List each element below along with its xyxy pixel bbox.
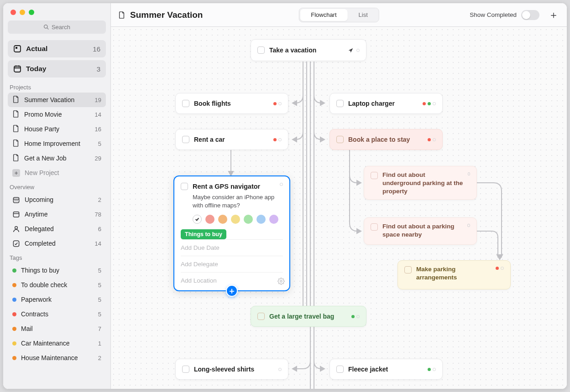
svg-point-0 [44, 25, 47, 28]
checkbox[interactable] [336, 366, 344, 373]
tag-name: Car Maintenance [21, 340, 70, 347]
today-count: 3 [97, 65, 100, 73]
tag-count: 2 [93, 355, 101, 361]
overview-name: Upcoming [25, 196, 53, 203]
overview-section-label: Overview [8, 180, 106, 192]
project-count: 29 [93, 155, 101, 162]
status-dot-empty [467, 224, 470, 227]
checkbox[interactable] [371, 223, 378, 231]
node-bookplace[interactable]: Book a place to stay [329, 129, 443, 150]
node-rentcar[interactable]: Rent a car [175, 129, 288, 150]
node-root[interactable]: Take a vacation [251, 39, 366, 61]
page-title-text: Summer Vacation [130, 10, 203, 20]
project-item[interactable]: Get a New Job29 [8, 151, 106, 165]
overview-item[interactable]: Completed14 [8, 236, 106, 251]
tag-name: Paperwork [21, 296, 52, 303]
sidebar-today[interactable]: Today 3 [8, 60, 106, 77]
color-picker [193, 215, 283, 224]
overview-list: Upcoming2Anytime78Delegated6Completed14 [8, 192, 106, 251]
minimize-window-button[interactable] [20, 10, 25, 15]
topbar: Summer Vacation Flowchart List Show Comp… [111, 3, 567, 27]
color-option[interactable] [256, 215, 266, 224]
node-flights[interactable]: Book flights [175, 93, 288, 114]
tag-count: 5 [93, 267, 101, 274]
add-delegate-field[interactable]: Add Delegate [181, 256, 283, 272]
toggle-switch[interactable] [521, 10, 539, 20]
flowchart-canvas[interactable]: Take a vacation Book flights Laptop char… [111, 27, 567, 389]
tag-item[interactable]: To double check5 [8, 278, 106, 292]
overview-item[interactable]: Anytime78 [8, 207, 106, 222]
actual-count: 16 [93, 45, 100, 53]
checkbox[interactable] [404, 266, 412, 273]
close-window-button[interactable] [10, 10, 16, 15]
node-label: Find out about underground parking at th… [382, 171, 463, 196]
project-item[interactable]: Summer Vacation19 [8, 93, 106, 107]
status-dot-empty [278, 138, 282, 141]
node-parking-nearby[interactable]: Find out about a parking space nearby [364, 217, 477, 245]
project-name: Get a New Job [24, 155, 67, 162]
project-count: 19 [93, 97, 101, 103]
search-input[interactable]: Search [8, 21, 106, 34]
svg-marker-33 [320, 366, 324, 371]
color-option[interactable] [205, 215, 214, 224]
status-dot-empty [356, 315, 360, 318]
project-item[interactable]: Promo Movie14 [8, 107, 106, 122]
add-button[interactable]: ＋ [548, 9, 560, 21]
editor-title[interactable]: Rent a GPS navigator [193, 183, 260, 190]
node-parking-arrangements[interactable]: Make parking arrangements [397, 260, 511, 289]
status-dot-red [273, 138, 277, 141]
project-item[interactable]: Home Improvement5 [8, 136, 106, 151]
new-project-button[interactable]: + New Project [8, 165, 106, 180]
checkbox[interactable] [182, 366, 189, 373]
gear-icon[interactable] [277, 278, 285, 287]
editor-description[interactable]: Maybe consider an iPhone app with offlin… [193, 193, 283, 209]
checkbox[interactable] [257, 46, 265, 54]
status-dot-empty [433, 102, 436, 105]
checkbox[interactable] [182, 100, 189, 107]
node-fleece[interactable]: Fleece jacket [329, 359, 443, 380]
tag-item[interactable]: Car Maintenance1 [8, 336, 106, 351]
color-option[interactable] [269, 215, 278, 224]
overview-item[interactable]: Upcoming2 [8, 192, 106, 207]
node-charger[interactable]: Laptop charger [329, 93, 443, 114]
tag-name: House Maintenance [21, 354, 78, 361]
tag-item[interactable]: Contracts5 [8, 307, 106, 321]
color-option[interactable] [231, 215, 240, 224]
node-shirts[interactable]: Long-sleeved shirts [175, 359, 288, 380]
tag-chip[interactable]: Things to buy [181, 229, 226, 239]
maximize-window-button[interactable] [29, 10, 34, 15]
node-editor[interactable]: Rent a GPS navigator Maybe consider an i… [173, 175, 290, 291]
tag-item[interactable]: Mail7 [8, 321, 106, 336]
project-name: Promo Movie [24, 111, 62, 118]
node-travelbag[interactable]: Get a large travel bag [251, 306, 366, 327]
tag-count: 5 [93, 282, 101, 289]
project-item[interactable]: House Party16 [8, 122, 106, 136]
color-option[interactable] [218, 215, 227, 224]
tag-color-dot [12, 327, 16, 331]
add-due-date-field[interactable]: Add Due Date [181, 239, 283, 256]
node-parking-underground[interactable]: Find out about underground parking at th… [364, 166, 477, 200]
overview-count: 14 [93, 240, 101, 247]
checkbox[interactable] [181, 183, 188, 190]
view-flowchart-tab[interactable]: Flowchart [300, 9, 347, 21]
checkbox[interactable] [182, 136, 189, 143]
tag-item[interactable]: Things to buy5 [8, 263, 106, 278]
add-child-button[interactable]: ＋ [226, 285, 238, 297]
checkbox[interactable] [257, 313, 265, 320]
color-option-none[interactable] [193, 215, 202, 224]
view-list-tab[interactable]: List [348, 8, 379, 22]
checkbox[interactable] [336, 136, 344, 143]
show-completed-control[interactable]: Show Completed [470, 10, 539, 20]
status-dot-empty [278, 102, 282, 105]
overview-item[interactable]: Delegated6 [8, 222, 106, 236]
checkbox[interactable] [336, 100, 344, 107]
calendar-icon [12, 196, 20, 204]
tag-item[interactable]: Paperwork5 [8, 292, 106, 307]
sidebar-actual[interactable]: Actual 16 [8, 40, 106, 57]
svg-marker-28 [357, 181, 361, 185]
color-option[interactable] [244, 215, 253, 224]
tag-item[interactable]: House Maintenance2 [8, 351, 106, 365]
checkbox[interactable] [371, 172, 378, 179]
add-location-field[interactable]: Add Location [181, 272, 283, 286]
window-controls [8, 8, 106, 21]
